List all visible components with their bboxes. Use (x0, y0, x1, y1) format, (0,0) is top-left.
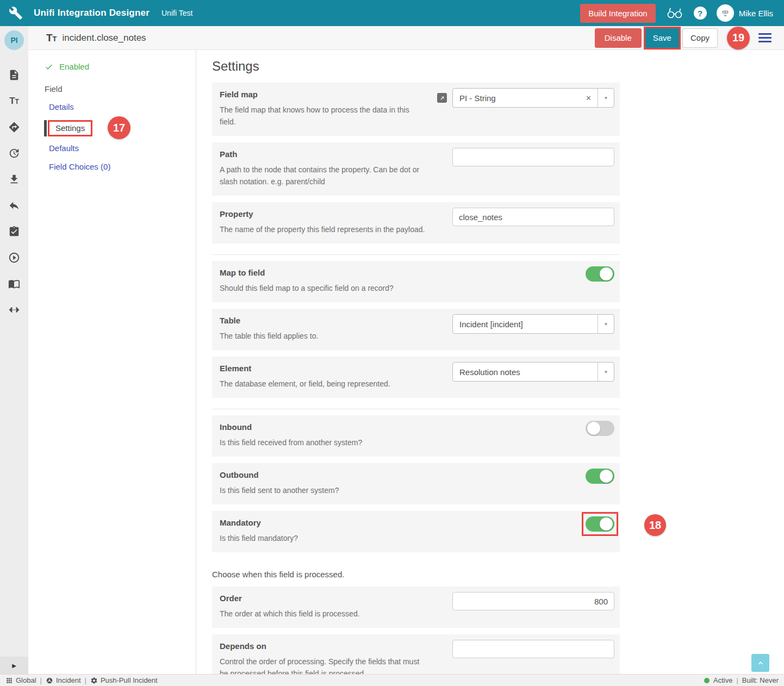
directions-icon[interactable] (8, 121, 21, 134)
preview-glasses-icon[interactable] (665, 6, 684, 20)
table-value: Incident [incident] (453, 320, 598, 329)
enabled-label: Enabled (59, 62, 89, 71)
field-description: Is this field received from another syst… (220, 436, 426, 448)
field-description: Is this field mandatory? (220, 532, 426, 544)
mandatory-toggle[interactable] (586, 516, 614, 532)
update-history-icon[interactable] (8, 147, 21, 160)
process-note: Choose when this field is processed. (212, 570, 784, 579)
chevron-down-icon[interactable]: ▼ (598, 315, 614, 333)
record-toolbar: TT incident.close_notes Disable Save Cop… (28, 26, 784, 50)
nav-item-settings[interactable]: Settings 17 (28, 120, 196, 137)
depends-on-row: Depends on Control the order of processi… (212, 634, 620, 674)
download-icon[interactable] (8, 173, 21, 186)
user-name: Mike Ellis (739, 9, 773, 18)
run-play-icon[interactable] (8, 251, 21, 264)
grid-apps-icon (5, 677, 13, 684)
chevron-down-icon[interactable]: ▼ (598, 363, 614, 381)
scroll-to-top-button[interactable] (751, 654, 769, 672)
path-input[interactable] (452, 148, 614, 166)
integration-item[interactable]: Push-Pull Incident (90, 676, 158, 684)
field-description: Control the order of processing. Specify… (220, 656, 426, 674)
user-menu[interactable]: Mike Ellis (717, 4, 773, 22)
field-type-icon: TT (46, 32, 57, 44)
separator: | (85, 676, 86, 684)
gear-icon (90, 677, 98, 684)
field-label: Inbound (220, 422, 612, 432)
nav-item-field-choices[interactable]: Field Choices (0) (28, 162, 196, 171)
element-row: Element The database element, or field, … (212, 357, 620, 398)
field-label: Outbound (220, 470, 612, 479)
active-label: Active (713, 676, 732, 684)
text-fields-icon[interactable]: TT (8, 95, 21, 108)
field-description: The database element, or field, being re… (220, 378, 426, 390)
field-description: The name of the property this field repr… (220, 223, 426, 235)
app-window: Unifi Integration Designer Unifi Test Bu… (0, 0, 784, 686)
field-label: Mandatory (220, 518, 612, 527)
field-description: The order at which this field is process… (220, 608, 426, 620)
check-icon (45, 63, 53, 71)
divider (212, 409, 620, 409)
incident-app-icon (46, 677, 53, 684)
property-input[interactable] (452, 208, 614, 226)
active-status-dot (704, 678, 710, 683)
inbound-toggle[interactable] (586, 421, 614, 436)
annotation-step-17: 17 (108, 116, 130, 139)
app-title: Unifi Integration Designer (34, 8, 150, 18)
wrench-icon (9, 6, 23, 20)
undo-reply-icon[interactable] (8, 199, 21, 212)
nav-panel: Enabled Field Details Settings 17 Defaul… (28, 50, 196, 674)
field-map-value: PI - String (453, 93, 580, 103)
scope-label: Global (16, 676, 36, 684)
table-select[interactable]: Incident [incident] ▼ (452, 314, 614, 334)
user-avatar-icon (717, 4, 734, 22)
table-row: Table The table this field applies to. I… (212, 309, 620, 350)
build-integration-button[interactable]: Build Integration (580, 4, 655, 23)
order-row: Order The order at which this field is p… (212, 587, 620, 628)
integration-avatar[interactable]: PI (4, 30, 24, 50)
property-row: Property The name of the property this f… (212, 202, 620, 244)
open-record-icon[interactable] (437, 93, 447, 103)
field-description: A path to the node that contains the pro… (220, 164, 426, 188)
help-icon[interactable]: ? (694, 7, 707, 20)
field-map-select[interactable]: PI - String ✕ ▼ (452, 88, 614, 108)
menu-icon[interactable] (758, 33, 771, 42)
disable-button[interactable]: Disable (595, 28, 642, 48)
clear-icon[interactable]: ✕ (580, 94, 598, 102)
topbar: Unifi Integration Designer Unifi Test Bu… (0, 0, 784, 26)
page-title: Settings (212, 59, 784, 74)
nav-item-details[interactable]: Details (28, 102, 196, 111)
field-description: The field map that knows how to process … (220, 104, 426, 128)
divider (212, 254, 620, 255)
save-button[interactable]: Save (645, 28, 679, 48)
table-item[interactable]: Incident (46, 676, 81, 684)
field-description: The table this field applies to. (220, 330, 426, 342)
enabled-status: Enabled (28, 62, 196, 71)
app-subtitle: Unifi Test (161, 9, 192, 17)
documentation-book-icon[interactable] (8, 277, 21, 290)
tasks-clipboard-icon[interactable] (8, 225, 21, 238)
chevron-down-icon[interactable]: ▼ (598, 89, 614, 107)
active-indicator-bar (44, 120, 47, 136)
document-icon[interactable] (8, 68, 21, 82)
depends-on-input[interactable] (452, 640, 614, 658)
sidebar-expand-arrow[interactable]: ▶ (0, 657, 28, 674)
field-description: Should this field map to a specific fiel… (220, 282, 426, 294)
chevron-up-icon (756, 659, 765, 668)
map-to-field-toggle[interactable] (586, 266, 614, 282)
element-select[interactable]: Resolution notes ▼ (452, 362, 614, 382)
settings-annotation-box[interactable]: Settings (48, 120, 92, 136)
outbound-toggle[interactable] (586, 469, 614, 484)
icon-sidebar: PI TT ▶ (0, 26, 28, 674)
field-label: Map to field (220, 268, 612, 277)
nav-item-defaults[interactable]: Defaults (28, 144, 196, 153)
annotation-step-19: 19 (727, 27, 750, 49)
code-icon[interactable] (8, 303, 21, 316)
settings-form: Settings Field map The field map that kn… (196, 50, 784, 674)
record-title: incident.close_notes (63, 33, 146, 43)
built-label: Built: Never (742, 676, 779, 684)
integration-label: Push-Pull Incident (101, 676, 158, 684)
order-input[interactable] (452, 592, 614, 610)
copy-button[interactable]: Copy (682, 28, 718, 48)
status-bar: Global | Incident | Push-Pull Incident A… (0, 674, 784, 686)
scope-item[interactable]: Global (5, 676, 36, 684)
